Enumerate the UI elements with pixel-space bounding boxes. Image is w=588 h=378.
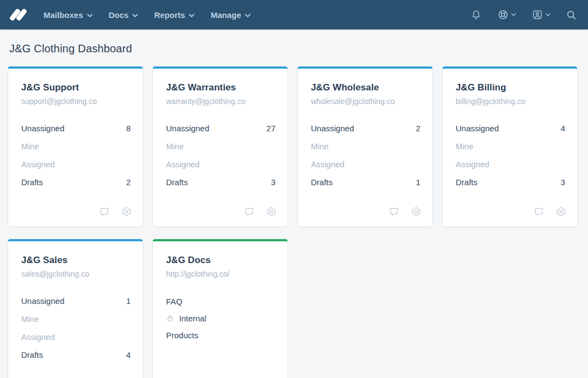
folder-row-unassigned[interactable]: Unassigned 8: [21, 119, 131, 137]
folder-count: 27: [266, 124, 275, 133]
folder-row-drafts[interactable]: Drafts 3: [166, 173, 275, 191]
chevron-down-icon: [87, 13, 93, 17]
folder-row-assigned[interactable]: Assigned: [21, 155, 131, 173]
folder-row-unassigned[interactable]: Unassigned 1: [21, 292, 131, 310]
mailbox-card-warranties: J&G Warranties warranty@jgclothing.co Un…: [152, 66, 288, 227]
folder-row-drafts[interactable]: Drafts 1: [311, 173, 420, 191]
folder-row-mine[interactable]: Mine: [311, 137, 420, 155]
folder-label: Drafts: [311, 178, 333, 187]
folder-row-mine[interactable]: Mine: [456, 137, 565, 155]
new-conversation-icon[interactable]: [244, 206, 255, 220]
folder-row-unassigned[interactable]: Unassigned 27: [166, 119, 275, 137]
settings-gear-icon[interactable]: [121, 206, 132, 220]
folder-row-drafts[interactable]: Drafts 4: [21, 346, 131, 364]
nav-right-icons: [470, 9, 577, 21]
folder-row-assigned[interactable]: Assigned: [21, 328, 131, 346]
folder-row-assigned[interactable]: Assigned: [166, 155, 275, 173]
mailbox-name[interactable]: J&G Support: [21, 82, 131, 93]
mailbox-card-wholesale: J&G Wholesale wholesale@jgclothing.co Un…: [297, 66, 433, 227]
mailbox-address: sales@jgclothing.co: [21, 270, 131, 278]
nav-item-manage[interactable]: Manage: [211, 10, 250, 20]
nav-item-reports[interactable]: Reports: [154, 10, 194, 20]
collection-row-products[interactable]: Products: [166, 327, 275, 344]
mailbox-card-sales: J&G Sales sales@jgclothing.co Unassigned…: [8, 239, 143, 378]
helpscout-logo[interactable]: [10, 5, 28, 24]
folder-list: Unassigned 2 Mine Assigned Drafts 1: [311, 119, 420, 191]
folder-count: 2: [416, 124, 420, 133]
help-beacon-icon[interactable]: [497, 9, 516, 21]
nav-item-label: Mailboxes: [44, 10, 83, 20]
folder-label: Assigned: [166, 160, 200, 169]
settings-gear-icon[interactable]: [411, 206, 421, 220]
nav-item-docs[interactable]: Docs: [109, 10, 138, 20]
docs-site-card: J&G Docs http://jgclothing.co/ FAQ Inter…: [152, 239, 288, 378]
new-conversation-icon[interactable]: [389, 206, 400, 220]
folder-count: 8: [126, 124, 131, 133]
folder-label: Unassigned: [21, 296, 64, 306]
collection-label: Products: [166, 331, 198, 340]
card-footer: [244, 206, 277, 220]
folder-label: Assigned: [21, 160, 55, 169]
new-conversation-icon[interactable]: [534, 206, 544, 220]
account-menu-icon[interactable]: [531, 9, 550, 21]
folder-row-drafts[interactable]: Drafts 3: [456, 173, 565, 191]
folder-label: Assigned: [21, 332, 55, 342]
folder-label: Mine: [456, 142, 474, 151]
nav-item-label: Manage: [211, 10, 241, 20]
folder-label: Unassigned: [456, 124, 499, 133]
mailbox-name[interactable]: J&G Wholesale: [311, 82, 420, 93]
mailbox-name[interactable]: J&G Sales: [21, 255, 131, 266]
folder-row-mine[interactable]: Mine: [21, 137, 131, 155]
collection-row-internal[interactable]: Internal: [166, 310, 275, 327]
folder-count: 3: [561, 178, 565, 187]
card-footer: [534, 206, 566, 220]
top-nav: Mailboxes Docs Reports Manage: [0, 0, 588, 29]
notifications-bell-icon[interactable]: [470, 9, 482, 21]
nav-item-mailboxes[interactable]: Mailboxes: [44, 10, 93, 20]
page-title: J&G Clothing Dashboard: [9, 42, 588, 55]
collection-row-faq[interactable]: FAQ: [166, 293, 275, 310]
folder-list: Unassigned 8 Mine Assigned Drafts 2: [21, 119, 131, 191]
folder-label: Mine: [21, 314, 39, 324]
folder-label: Unassigned: [311, 124, 354, 133]
mailbox-name[interactable]: J&G Billing: [456, 82, 565, 93]
folder-label: Drafts: [21, 178, 43, 187]
nav-item-label: Docs: [109, 10, 129, 20]
folder-row-mine[interactable]: Mine: [21, 310, 131, 328]
folder-row-mine[interactable]: Mine: [166, 137, 275, 155]
chevron-down-icon: [546, 13, 550, 16]
folder-row-unassigned[interactable]: Unassigned 2: [311, 119, 420, 137]
mailbox-address: warranty@jgclothing.co: [166, 97, 275, 106]
mailbox-card-support: J&G Support support@jgclothing.co Unassi…: [8, 66, 143, 227]
folder-count: 1: [126, 296, 131, 306]
settings-gear-icon[interactable]: [556, 206, 566, 220]
folder-count: 1: [416, 178, 420, 187]
mailbox-name[interactable]: J&G Warranties: [166, 82, 275, 93]
settings-gear-icon[interactable]: [266, 206, 277, 220]
folder-list: Unassigned 27 Mine Assigned Drafts 3: [166, 119, 275, 191]
folder-row-assigned[interactable]: Assigned: [456, 155, 565, 173]
folder-label: Drafts: [456, 178, 477, 187]
folder-row-unassigned[interactable]: Unassigned 4: [456, 119, 565, 137]
folder-label: Assigned: [311, 160, 345, 169]
folder-row-assigned[interactable]: Assigned: [311, 155, 420, 173]
folder-list: Unassigned 1 Mine Assigned Drafts 4: [21, 292, 131, 364]
new-conversation-icon[interactable]: [99, 206, 110, 220]
docs-site-name[interactable]: J&G Docs: [166, 255, 275, 266]
folder-count: 3: [271, 178, 275, 187]
search-icon[interactable]: [566, 9, 577, 21]
mailbox-address: billing@jgclothing.co: [456, 97, 565, 106]
nav-item-label: Reports: [154, 10, 185, 20]
collection-label: FAQ: [166, 297, 182, 306]
folder-count: 4: [126, 350, 131, 359]
folder-label: Unassigned: [21, 124, 64, 133]
mailbox-address: wholesale@jgclothing.co: [311, 97, 420, 106]
card-footer: [99, 206, 132, 220]
folder-row-drafts[interactable]: Drafts 2: [21, 173, 131, 191]
mailbox-address: support@jgclothing.co: [21, 97, 131, 106]
folder-count: 4: [561, 124, 565, 133]
collection-list: FAQ Internal Products: [166, 293, 275, 344]
folder-list: Unassigned 4 Mine Assigned Drafts 3: [456, 119, 565, 191]
card-footer: [389, 206, 421, 220]
collection-label: Internal: [179, 314, 206, 323]
